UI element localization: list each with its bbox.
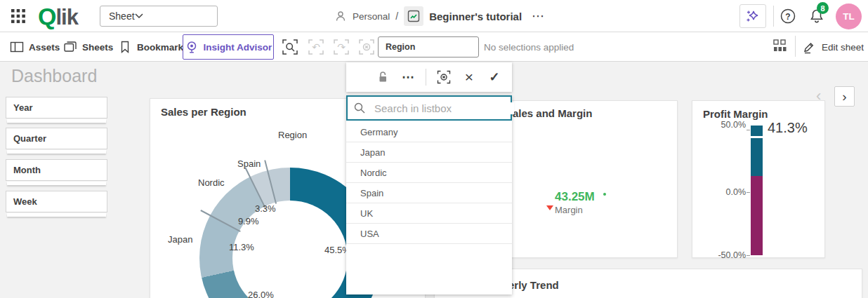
- donut-value-spain: 3.3%: [255, 203, 276, 214]
- user-icon: [334, 10, 347, 22]
- listbox-search-input[interactable]: [374, 102, 514, 114]
- app-root: Qlik Sheet Personal / Beginner's tutoria…: [0, 0, 868, 298]
- undo-button[interactable]: ↶: [307, 38, 325, 56]
- breadcrumb-separator: /: [395, 11, 398, 22]
- gauge-tick-50: 50.0%: [705, 120, 746, 130]
- svg-text:↷: ↷: [337, 41, 346, 53]
- filter-month[interactable]: Month: [6, 159, 107, 181]
- gauge-tick-neg50: -50.0%: [705, 250, 746, 260]
- listbox-item-japan[interactable]: Japan: [346, 142, 512, 163]
- listbox-item-spain[interactable]: Spain: [346, 183, 512, 203]
- assets-button[interactable]: Assets: [10, 32, 60, 62]
- insight-advisor-label: Insight Advisor: [204, 42, 272, 53]
- page-title: Dashboard: [11, 66, 97, 86]
- cancel-selection-button[interactable]: ×: [461, 69, 477, 85]
- sheets-icon: [63, 40, 77, 54]
- notification-badge: 8: [817, 2, 829, 14]
- sheet-selector-label: Sheet: [109, 11, 135, 22]
- listbox-popup-toolbar: ⋯ × ✓: [346, 62, 512, 92]
- svg-text:↶: ↶: [312, 41, 320, 53]
- sheet-selector-dropdown[interactable]: Sheet: [100, 6, 218, 27]
- waffle-icon: [11, 8, 26, 24]
- donut-chart-title: Sales per Region: [161, 106, 246, 118]
- search-selections-button[interactable]: [281, 38, 299, 56]
- donut-label-spain: Spain: [237, 158, 261, 169]
- help-button[interactable]: ?: [777, 5, 799, 27]
- listbox-item-uk[interactable]: UK: [346, 203, 512, 224]
- profit-margin-card: Profit Margin 50.0% 0.0% -50.0% 41.3%: [692, 100, 825, 258]
- edit-sheet-button[interactable]: Edit sheet: [802, 32, 864, 62]
- listbox-more-options-button[interactable]: ⋯: [400, 69, 416, 85]
- sheets-label: Sheets: [82, 42, 113, 53]
- gauge-title: Profit Margin: [703, 108, 768, 120]
- help-icon: ?: [779, 7, 797, 25]
- donut-value-uk: 26.0%: [248, 290, 274, 298]
- donut-label-nordic: Nordic: [198, 177, 225, 188]
- sheet-toolbar: Assets Sheets Bookmarks Insight Advisor …: [0, 32, 868, 62]
- avatar[interactable]: TL: [836, 4, 862, 29]
- app-title: Beginner's tutorial: [429, 11, 522, 22]
- donut-value-japan: 11.3%: [229, 242, 254, 252]
- insight-advisor-chat-button[interactable]: [739, 4, 766, 28]
- search-icon: [353, 102, 366, 114]
- qlik-logo: Qlik: [38, 3, 78, 30]
- filter-year[interactable]: Year: [6, 97, 107, 118]
- sheet-grid-button[interactable]: [772, 38, 791, 56]
- listbox-items: Germany Japan Nordic Spain UK USA: [346, 122, 512, 244]
- donut-value-nordic: 9.9%: [238, 216, 259, 226]
- gauge-tick-0: 0.0%: [705, 187, 746, 197]
- app-icon: [404, 6, 423, 26]
- kpi-title: Sales and Margin: [506, 107, 592, 119]
- breadcrumb: Personal / Beginner's tutorial ⋯: [334, 0, 549, 32]
- chevron-down-icon: [135, 13, 143, 19]
- breadcrumb-owner[interactable]: Personal: [353, 11, 390, 22]
- listbox-item-germany[interactable]: Germany: [346, 122, 512, 142]
- confirm-selection-button[interactable]: ✓: [487, 69, 502, 85]
- gauge-tickmark: [747, 255, 750, 256]
- region-field-chip[interactable]: Region: [378, 36, 479, 57]
- donut-legend-title: Region: [278, 130, 307, 140]
- kpi-margin-label: Margin: [555, 205, 583, 215]
- filter-week[interactable]: Week: [6, 191, 107, 212]
- region-field-label: Region: [386, 42, 415, 52]
- gauge-value-label: 41.3%: [768, 120, 808, 136]
- gauge-bar[interactable]: [751, 126, 763, 255]
- gauge-tickmark: [747, 130, 750, 130]
- listbox-item-usa[interactable]: USA: [346, 224, 512, 244]
- pencil-icon: [802, 40, 816, 54]
- topbar-divider: [773, 6, 774, 27]
- popup-toolbar-divider: [426, 69, 426, 86]
- assets-panel-icon: [10, 40, 24, 54]
- insight-advisor-icon: [185, 40, 199, 54]
- filter-quarter[interactable]: Quarter: [6, 128, 107, 149]
- gauge-value-marker: [751, 136, 763, 138]
- edit-sheet-label: Edit sheet: [822, 42, 864, 53]
- kpi-margin-value[interactable]: 43.25M: [555, 190, 595, 204]
- trend-up-icon: [603, 193, 606, 196]
- gauge-tickmark: [747, 192, 750, 193]
- clear-selections-button[interactable]: [357, 38, 376, 56]
- app-menu-button[interactable]: [10, 8, 27, 25]
- app-more-options-button[interactable]: ⋯: [527, 8, 549, 24]
- listbox-search-box[interactable]: [346, 95, 512, 121]
- assets-label: Assets: [29, 42, 60, 53]
- selections-status: No selections applied: [484, 32, 574, 62]
- svg-text:?: ?: [785, 12, 790, 22]
- insight-advisor-button[interactable]: Insight Advisor: [183, 34, 274, 60]
- listbox-item-nordic[interactable]: Nordic: [346, 163, 512, 183]
- bookmarks-label: Bookmarks: [137, 42, 189, 53]
- sheets-button[interactable]: Sheets: [63, 32, 113, 62]
- lock-open-button[interactable]: [375, 69, 390, 85]
- redo-button[interactable]: ↷: [332, 38, 350, 56]
- bookmarks-button[interactable]: Bookmarks: [118, 32, 189, 62]
- gauge-negative-segment: [751, 176, 763, 255]
- trend-down-icon: [546, 205, 553, 210]
- clear-listbox-selections-button[interactable]: [436, 69, 452, 85]
- gauge-positive-segment: [751, 126, 763, 176]
- donut-label-japan: Japan: [168, 234, 192, 245]
- next-sheet-button[interactable]: ›: [834, 86, 855, 107]
- region-listbox-popup: Germany Japan Nordic Spain UK USA: [346, 95, 512, 294]
- sparkles-icon: [744, 8, 761, 25]
- toolbar-divider: [795, 36, 796, 57]
- top-bar: Qlik Sheet Personal / Beginner's tutoria…: [0, 0, 868, 32]
